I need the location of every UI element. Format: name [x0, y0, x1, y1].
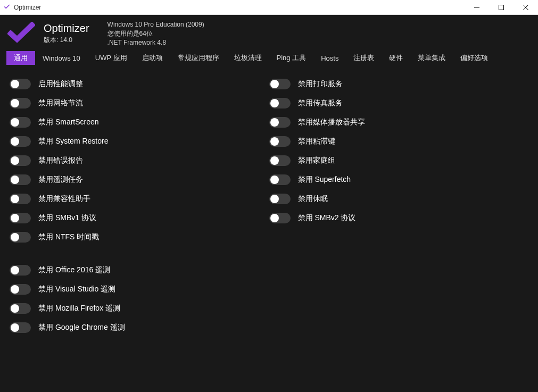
tab-1[interactable]: Windows 10: [35, 52, 88, 64]
right-toggle-7[interactable]: [269, 213, 291, 223]
right-row-2: 禁用媒体播放器共享: [269, 113, 529, 132]
toggle-knob: [11, 323, 19, 332]
left-extra-label-3: 禁用 Google Chrome 遥测: [38, 323, 125, 332]
os-line-3: .NET Framework 4.8: [107, 38, 204, 47]
left-row-0: 启用性能调整: [10, 74, 269, 94]
right-label-4: 禁用家庭组: [298, 156, 335, 165]
maximize-button[interactable]: [489, 0, 514, 15]
right-row-3: 禁用粘滞键: [269, 132, 529, 151]
right-toggle-5[interactable]: [269, 174, 291, 185]
left-row-6: 禁用兼容性助手: [10, 189, 269, 208]
left-row-4: 禁用错误报告: [10, 151, 269, 170]
toggle-knob: [270, 156, 279, 165]
toggle-knob: [270, 137, 279, 146]
close-button[interactable]: [514, 0, 538, 15]
app-icon: [3, 3, 11, 12]
window-titlebar: Optimizer: [0, 0, 538, 15]
right-toggle-1[interactable]: [269, 98, 291, 109]
right-label-0: 禁用打印服务: [298, 79, 343, 89]
tab-2[interactable]: UWP 应用: [88, 51, 135, 65]
toggle-knob: [270, 99, 279, 107]
left-toggle-0[interactable]: [10, 79, 31, 89]
left-extra-toggle-0[interactable]: [10, 265, 31, 276]
minimize-button[interactable]: [465, 0, 489, 15]
toggle-knob: [270, 80, 279, 88]
tab-9[interactable]: 硬件: [382, 51, 410, 65]
right-row-6: 禁用休眠: [269, 189, 529, 208]
right-label-7: 禁用 SMBv2 协议: [298, 213, 356, 223]
app-frame: Optimizer 版本: 14.0 Windows 10 Pro Educat…: [0, 15, 538, 392]
left-toggle-7[interactable]: [10, 213, 31, 223]
left-toggle-5[interactable]: [10, 174, 31, 185]
tab-bar: 通用Windows 10UWP 应用启动项常规应用程序垃圾清理Ping 工具Ho…: [0, 51, 538, 65]
left-toggle-2[interactable]: [10, 117, 31, 128]
section-gap: [10, 247, 269, 261]
tab-6[interactable]: Ping 工具: [269, 51, 314, 65]
tab-7[interactable]: Hosts: [313, 52, 346, 64]
left-extra-label-0: 禁用 Office 2016 遥测: [38, 265, 110, 275]
tab-5[interactable]: 垃圾清理: [227, 51, 269, 65]
toggle-knob: [11, 285, 19, 294]
right-label-1: 禁用传真服务: [298, 98, 343, 108]
left-row-2: 禁用 SmartScreen: [10, 113, 269, 132]
content-area: 启用性能调整禁用网络节流禁用 SmartScreen禁用 System Rest…: [0, 65, 538, 392]
tab-10[interactable]: 菜单集成: [410, 51, 453, 65]
right-label-2: 禁用媒体播放器共享: [298, 118, 365, 127]
tab-3[interactable]: 启动项: [135, 51, 170, 65]
left-toggle-8[interactable]: [10, 232, 31, 243]
left-row-7: 禁用 SMBv1 协议: [10, 208, 269, 228]
tab-4[interactable]: 常规应用程序: [170, 51, 227, 65]
tab-11[interactable]: 偏好选项: [453, 51, 495, 65]
left-extra-row-3: 禁用 Google Chrome 遥测: [10, 318, 269, 337]
left-extra-toggle-2[interactable]: [10, 303, 31, 314]
right-toggle-3[interactable]: [269, 136, 291, 147]
left-row-5: 禁用遥测任务: [10, 170, 269, 189]
right-row-5: 禁用 Superfetch: [269, 170, 529, 189]
toggle-knob: [11, 80, 19, 88]
toggle-knob: [270, 214, 279, 222]
toggle-knob: [270, 176, 279, 184]
app-name: Optimizer: [44, 22, 89, 35]
toggle-knob: [11, 99, 19, 107]
right-toggle-4[interactable]: [269, 155, 291, 166]
left-toggle-1[interactable]: [10, 98, 31, 109]
left-extra-label-2: 禁用 Mozilla Firefox 遥测: [38, 304, 120, 313]
right-row-7: 禁用 SMBv2 协议: [269, 208, 529, 228]
toggle-knob: [11, 304, 19, 313]
toggle-knob: [270, 118, 279, 127]
left-toggle-6[interactable]: [10, 194, 31, 204]
left-extra-toggle-1[interactable]: [10, 284, 31, 295]
toggle-knob: [11, 195, 19, 203]
right-label-5: 禁用 Superfetch: [298, 175, 351, 185]
left-extra-label-1: 禁用 Visual Studio 遥测: [38, 285, 115, 294]
app-title-block: Optimizer 版本: 14.0: [44, 22, 89, 45]
os-line-2: 您使用的是64位: [107, 29, 204, 38]
app-header: Optimizer 版本: 14.0 Windows 10 Pro Educat…: [0, 15, 538, 51]
right-label-3: 禁用粘滞键: [298, 137, 335, 146]
left-label-2: 禁用 SmartScreen: [38, 118, 99, 127]
toggle-knob: [11, 214, 19, 222]
toggle-knob: [11, 137, 19, 146]
left-extra-toggle-3[interactable]: [10, 322, 31, 333]
left-label-6: 禁用兼容性助手: [38, 194, 90, 204]
window-title: Optimizer: [14, 4, 41, 11]
tab-0[interactable]: 通用: [6, 51, 35, 65]
right-toggle-0[interactable]: [269, 79, 291, 89]
left-toggle-3[interactable]: [10, 136, 31, 147]
left-column: 启用性能调整禁用网络节流禁用 SmartScreen禁用 System Rest…: [10, 74, 269, 337]
toggle-knob: [11, 266, 19, 274]
app-version: 版本: 14.0: [44, 36, 89, 45]
left-row-8: 禁用 NTFS 时间戳: [10, 228, 269, 247]
toggle-knob: [11, 176, 19, 184]
right-toggle-2[interactable]: [269, 117, 291, 128]
left-extra-row-1: 禁用 Visual Studio 遥测: [10, 280, 269, 299]
left-label-7: 禁用 SMBv1 协议: [38, 213, 96, 223]
right-toggle-6[interactable]: [269, 194, 291, 204]
left-label-4: 禁用错误报告: [38, 156, 83, 165]
left-toggle-4[interactable]: [10, 155, 31, 166]
right-label-6: 禁用休眠: [298, 194, 328, 204]
left-label-5: 禁用遥测任务: [38, 175, 83, 185]
tab-8[interactable]: 注册表: [346, 51, 382, 65]
right-column: 禁用打印服务禁用传真服务禁用媒体播放器共享禁用粘滞键禁用家庭组禁用 Superf…: [269, 74, 529, 337]
right-row-1: 禁用传真服务: [269, 94, 529, 113]
